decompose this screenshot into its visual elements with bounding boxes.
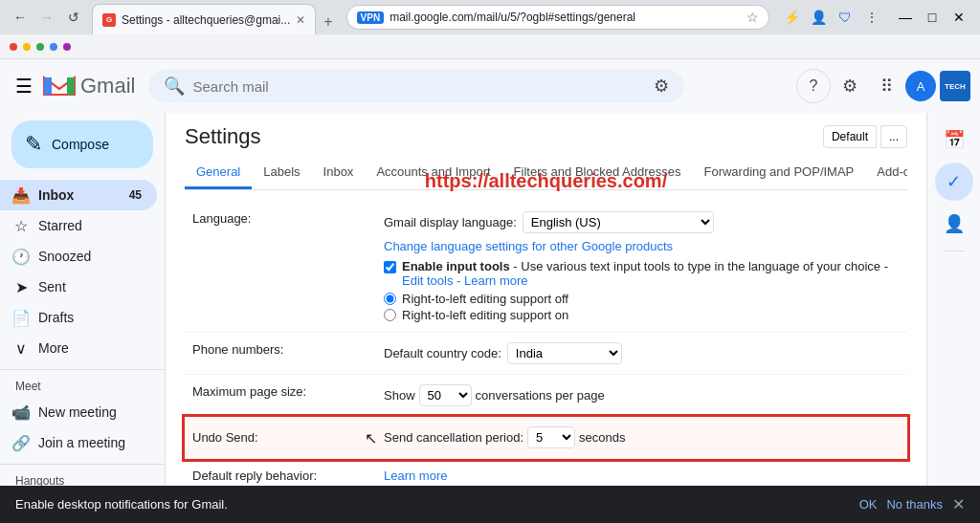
rtl-off-radio[interactable]	[384, 293, 396, 305]
reload-button[interactable]: ↺	[61, 5, 86, 30]
language-select[interactable]: English (US)	[523, 211, 714, 233]
default-view-button[interactable]: Default	[823, 125, 877, 148]
hamburger-button[interactable]: ☰	[10, 69, 38, 103]
settings-view-toggle: Default ...	[823, 125, 907, 148]
sidebar-item-sent[interactable]: ➤ Sent	[0, 272, 157, 302]
browser-chrome: ← → ↺ G Settings - alltechqueries@gmai..…	[0, 0, 980, 34]
tab-accounts[interactable]: Accounts and Import	[365, 157, 501, 189]
body: ✎ Compose 📥 Inbox 45 ☆ Starred 🕐 Snoozed…	[0, 113, 980, 523]
language-display-row: Gmail display language: English (US) Cha…	[384, 211, 900, 253]
more-label: More	[38, 340, 142, 356]
browser-more-button[interactable]: ⋮	[859, 5, 884, 30]
enable-tools-text: Enable input tools - Use various text in…	[402, 259, 900, 288]
active-tab[interactable]: G Settings - alltechqueries@gmai... ✕	[92, 4, 316, 34]
tab-addons[interactable]: Add-ons	[865, 157, 907, 189]
sidebar-item-starred[interactable]: ☆ Starred	[0, 210, 157, 241]
page-size-select[interactable]: 50 25 100	[419, 384, 472, 406]
country-code-select[interactable]: India	[507, 342, 622, 364]
tab-favicon: G	[102, 13, 116, 27]
browser-tabs: G Settings - alltechqueries@gmai... ✕ +	[92, 0, 341, 34]
help-button[interactable]: ?	[796, 69, 831, 103]
compose-label: Compose	[52, 137, 109, 152]
tasks-panel-button[interactable]: ✓	[935, 163, 973, 201]
browser-controls: ← → ↺	[8, 5, 86, 30]
compact-view-button[interactable]: ...	[880, 125, 907, 148]
new-tab-button[interactable]: +	[316, 10, 340, 34]
rtl-radio-1-row: Right-to-left editing support off	[384, 292, 900, 306]
notification-no-thanks-button[interactable]: No thanks	[886, 497, 943, 512]
extensions-button[interactable]: ⚡	[779, 5, 804, 30]
svg-rect-1	[67, 77, 75, 95]
bookmark-icon[interactable]: ☆	[746, 10, 759, 25]
more-icon: ∨	[11, 339, 31, 358]
compose-plus-icon: ✎	[25, 132, 42, 157]
rtl-off-label: Right-to-left editing support off	[402, 292, 568, 306]
tab-inbox[interactable]: Inbox	[312, 157, 366, 189]
vpn-badge: VPN	[357, 11, 385, 24]
main-content: https://alltechqueries.com/ Settings Def…	[165, 113, 926, 523]
sidebar-divider-hangouts	[0, 464, 165, 465]
sidebar-item-inbox[interactable]: 📥 Inbox 45	[0, 180, 157, 210]
tab-forwarding[interactable]: Forwarding and POP/IMAP	[692, 157, 865, 189]
settings-button[interactable]: ⚙	[833, 69, 867, 103]
tab-general[interactable]: General	[185, 157, 252, 189]
bookmarks-bar	[0, 34, 980, 59]
tab-close-button[interactable]: ✕	[296, 13, 305, 27]
phone-row: Phone numbers: Default country code: Ind…	[185, 333, 907, 375]
sidebar-divider-meet	[0, 369, 165, 370]
apps-button[interactable]: ⠿	[869, 69, 903, 103]
enable-input-tools-checkbox[interactable]	[384, 261, 396, 273]
url-text[interactable]: mail.google.com/mail/u/5/?ogbl#settings/…	[390, 11, 741, 24]
rtl-on-radio[interactable]	[384, 309, 396, 321]
forward-button[interactable]: →	[34, 5, 59, 30]
search-input[interactable]	[192, 78, 646, 95]
edit-tools-link[interactable]: Edit tools	[402, 273, 453, 288]
maximize-button[interactable]: □	[919, 5, 946, 30]
undo-send-label: Undo Send:	[185, 417, 376, 459]
close-button[interactable]: ✕	[946, 5, 972, 30]
language-label: Language:	[185, 202, 376, 333]
notification-text: Enable desktop notifications for Gmail.	[15, 497, 850, 512]
learn-more-link[interactable]: - Learn more	[457, 273, 527, 288]
phone-default-label: Default country code:	[384, 346, 501, 360]
tab-title: Settings - alltechqueries@gmai...	[122, 13, 290, 27]
compose-button[interactable]: ✎ Compose	[11, 120, 153, 168]
tech-badge: TECH	[940, 71, 970, 101]
undo-send-row: Undo Send: Send cancellation period: 5 1…	[185, 417, 907, 459]
sidebar-item-join-meeting[interactable]: 🔗 Join a meeting	[0, 427, 157, 458]
undo-send-select[interactable]: 5 10 20 30	[527, 426, 575, 448]
minimize-button[interactable]: —	[892, 5, 919, 30]
right-panel: 📅 ✓ 👤 +	[926, 113, 980, 523]
search-filter-icon[interactable]: ⚙	[654, 76, 669, 97]
notification-ok-button[interactable]: OK	[859, 497, 878, 512]
change-language-link[interactable]: Change language settings for other Googl…	[384, 239, 673, 253]
avatar[interactable]: A	[905, 71, 936, 101]
sidebar-item-new-meeting[interactable]: 📹 New meeting	[0, 397, 157, 427]
security-button[interactable]: 🛡	[833, 5, 858, 30]
contacts-panel-button[interactable]: 👤	[935, 205, 973, 243]
search-bar[interactable]: 🔍 ⚙	[148, 70, 684, 102]
drafts-label: Drafts	[38, 310, 142, 325]
notification-bar: Enable desktop notifications for Gmail. …	[0, 486, 980, 523]
address-bar[interactable]: VPN mail.google.com/mail/u/5/?ogbl#setti…	[346, 5, 769, 30]
calendar-panel-button[interactable]: 📅	[935, 120, 973, 159]
inbox-count: 45	[129, 188, 142, 202]
sidebar-item-drafts[interactable]: 📄 Drafts	[0, 302, 157, 333]
bookmark-dot-4	[50, 43, 57, 51]
page-size-row-content: Show 50 25 100 conversations per page	[384, 384, 900, 406]
compose-button-container: ✎ Compose	[0, 113, 165, 180]
bookmark-dot-3	[36, 43, 44, 51]
app-layout: ☰ Gmail 🔍 ⚙ ? ⚙ ⠿ A TECH	[0, 59, 980, 523]
profile-button[interactable]: 👤	[806, 5, 831, 30]
sidebar-item-more[interactable]: ∨ More	[0, 333, 157, 363]
gmail-logo: Gmail	[42, 74, 135, 98]
window-controls: — □ ✕	[892, 5, 972, 30]
tab-labels[interactable]: Labels	[252, 157, 311, 189]
notification-close-button[interactable]: ✕	[952, 495, 965, 513]
settings-table: Language: Gmail display language: Englis…	[185, 202, 907, 523]
tab-filters[interactable]: Filters and Blocked Addresses	[502, 157, 693, 189]
default-reply-learn-more[interactable]: Learn more	[384, 469, 900, 483]
back-button[interactable]: ←	[8, 5, 33, 30]
sidebar-item-snoozed[interactable]: 🕐 Snoozed	[0, 241, 157, 272]
settings-tabs: General Labels Inbox Accounts and Import…	[185, 157, 907, 190]
